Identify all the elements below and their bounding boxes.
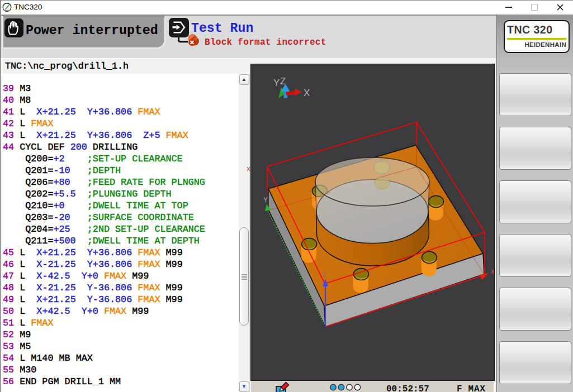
- svg-text:Z: Z: [322, 270, 326, 279]
- svg-text:Y: Y: [263, 196, 268, 204]
- svg-text:x: x: [491, 267, 494, 275]
- svg-text:Y: Y: [273, 78, 280, 88]
- svg-text:X: X: [304, 88, 310, 98]
